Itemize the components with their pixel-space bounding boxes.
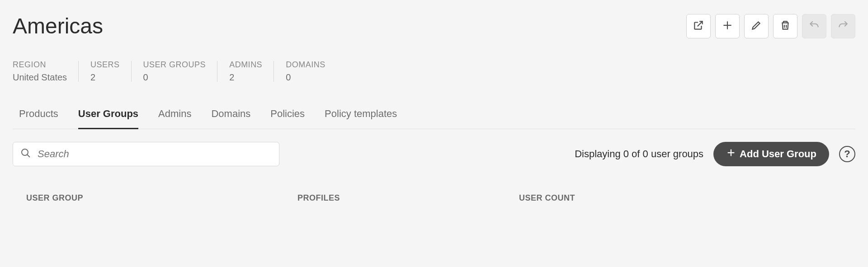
add-user-group-label: Add User Group	[740, 148, 816, 160]
search-icon	[20, 148, 31, 160]
page-title: Americas	[13, 14, 103, 38]
tab-products[interactable]: Products	[19, 108, 58, 129]
delete-button[interactable]	[773, 14, 797, 38]
pencil-icon	[750, 19, 762, 33]
svg-point-4	[22, 149, 28, 155]
edit-button[interactable]	[744, 14, 769, 38]
table-header: USER GROUP PROFILES USER COUNT	[13, 193, 855, 203]
search-box[interactable]	[13, 142, 279, 166]
tab-policy-templates[interactable]: Policy templates	[325, 108, 397, 129]
stat-value: United States	[13, 72, 67, 83]
tab-policies[interactable]: Policies	[270, 108, 305, 129]
column-profiles: PROFILES	[297, 193, 519, 203]
display-count-text: Displaying 0 of 0 user groups	[575, 148, 703, 160]
column-user-count: USER COUNT	[519, 193, 855, 203]
open-external-icon	[693, 19, 704, 33]
add-button[interactable]	[715, 14, 740, 38]
stat-users: USERS 2	[79, 60, 132, 83]
stat-value: 0	[143, 72, 206, 83]
stat-region: REGION United States	[13, 60, 79, 83]
action-buttons	[686, 14, 855, 38]
tab-user-groups[interactable]: User Groups	[78, 108, 138, 129]
open-external-button[interactable]	[686, 14, 711, 38]
stat-value: 0	[286, 72, 326, 83]
stat-label: DOMAINS	[286, 60, 326, 70]
stat-value: 2	[90, 72, 120, 83]
redo-icon	[837, 19, 849, 33]
undo-button	[802, 14, 826, 38]
redo-button	[831, 14, 855, 38]
stat-label: REGION	[13, 60, 67, 70]
toolbar-right: Displaying 0 of 0 user groups Add User G…	[575, 142, 855, 166]
svg-line-5	[27, 155, 30, 157]
tabs: Products User Groups Admins Domains Poli…	[13, 108, 855, 129]
stat-user-groups: USER GROUPS 0	[132, 60, 218, 83]
column-user-group: USER GROUP	[26, 193, 297, 203]
stat-domains: DOMAINS 0	[274, 60, 337, 83]
trash-icon	[779, 19, 791, 33]
stat-label: USER GROUPS	[143, 60, 206, 70]
tab-admins[interactable]: Admins	[158, 108, 191, 129]
search-input[interactable]	[38, 148, 272, 160]
stat-label: ADMINS	[229, 60, 262, 70]
add-user-group-button[interactable]: Add User Group	[713, 142, 829, 166]
stat-label: USERS	[90, 60, 120, 70]
toolbar: Displaying 0 of 0 user groups Add User G…	[13, 142, 855, 166]
stat-value: 2	[229, 72, 262, 83]
stat-admins: ADMINS 2	[217, 60, 274, 83]
plus-icon	[722, 19, 733, 33]
tab-domains[interactable]: Domains	[211, 108, 250, 129]
help-icon: ?	[844, 148, 850, 160]
stats-bar: REGION United States USERS 2 USER GROUPS…	[13, 60, 855, 83]
plus-icon	[726, 148, 736, 160]
help-button[interactable]: ?	[839, 146, 855, 162]
undo-icon	[808, 19, 820, 33]
